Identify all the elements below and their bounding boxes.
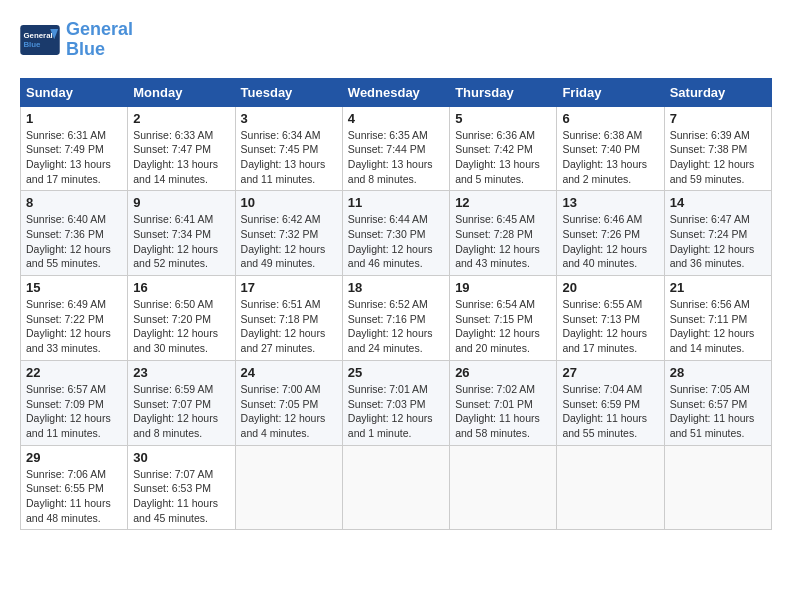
- day-info: Sunrise: 7:04 AMSunset: 6:59 PMDaylight:…: [562, 382, 658, 441]
- calendar-day-cell: 28 Sunrise: 7:05 AMSunset: 6:57 PMDaylig…: [664, 360, 771, 445]
- calendar-day-cell: 25 Sunrise: 7:01 AMSunset: 7:03 PMDaylig…: [342, 360, 449, 445]
- day-number: 23: [133, 365, 229, 380]
- day-number: 28: [670, 365, 766, 380]
- day-number: 18: [348, 280, 444, 295]
- day-number: 30: [133, 450, 229, 465]
- day-number: 20: [562, 280, 658, 295]
- calendar-day-cell: 13 Sunrise: 6:46 AMSunset: 7:26 PMDaylig…: [557, 191, 664, 276]
- svg-text:Blue: Blue: [23, 40, 41, 49]
- calendar-day-cell: 22 Sunrise: 6:57 AMSunset: 7:09 PMDaylig…: [21, 360, 128, 445]
- calendar-day-cell: 4 Sunrise: 6:35 AMSunset: 7:44 PMDayligh…: [342, 106, 449, 191]
- calendar-day-cell: 19 Sunrise: 6:54 AMSunset: 7:15 PMDaylig…: [450, 276, 557, 361]
- day-info: Sunrise: 6:47 AMSunset: 7:24 PMDaylight:…: [670, 212, 766, 271]
- calendar-day-cell: 21 Sunrise: 6:56 AMSunset: 7:11 PMDaylig…: [664, 276, 771, 361]
- day-number: 29: [26, 450, 122, 465]
- svg-text:General: General: [23, 30, 52, 39]
- day-info: Sunrise: 6:49 AMSunset: 7:22 PMDaylight:…: [26, 297, 122, 356]
- calendar-day-cell: 10 Sunrise: 6:42 AMSunset: 7:32 PMDaylig…: [235, 191, 342, 276]
- weekday-header-thursday: Thursday: [450, 78, 557, 106]
- day-number: 14: [670, 195, 766, 210]
- day-info: Sunrise: 7:06 AMSunset: 6:55 PMDaylight:…: [26, 467, 122, 526]
- day-number: 25: [348, 365, 444, 380]
- day-number: 19: [455, 280, 551, 295]
- day-info: Sunrise: 6:36 AMSunset: 7:42 PMDaylight:…: [455, 128, 551, 187]
- day-info: Sunrise: 6:54 AMSunset: 7:15 PMDaylight:…: [455, 297, 551, 356]
- day-number: 26: [455, 365, 551, 380]
- calendar-day-cell: 18 Sunrise: 6:52 AMSunset: 7:16 PMDaylig…: [342, 276, 449, 361]
- day-number: 12: [455, 195, 551, 210]
- calendar-day-cell: 16 Sunrise: 6:50 AMSunset: 7:20 PMDaylig…: [128, 276, 235, 361]
- day-info: Sunrise: 6:55 AMSunset: 7:13 PMDaylight:…: [562, 297, 658, 356]
- calendar-day-cell: 27 Sunrise: 7:04 AMSunset: 6:59 PMDaylig…: [557, 360, 664, 445]
- day-info: Sunrise: 6:45 AMSunset: 7:28 PMDaylight:…: [455, 212, 551, 271]
- calendar-week-row: 1 Sunrise: 6:31 AMSunset: 7:49 PMDayligh…: [21, 106, 772, 191]
- day-number: 7: [670, 111, 766, 126]
- day-info: Sunrise: 6:50 AMSunset: 7:20 PMDaylight:…: [133, 297, 229, 356]
- calendar-day-cell: 20 Sunrise: 6:55 AMSunset: 7:13 PMDaylig…: [557, 276, 664, 361]
- calendar-day-cell: 23 Sunrise: 6:59 AMSunset: 7:07 PMDaylig…: [128, 360, 235, 445]
- calendar-empty-cell: [664, 445, 771, 530]
- day-number: 6: [562, 111, 658, 126]
- calendar-day-cell: 24 Sunrise: 7:00 AMSunset: 7:05 PMDaylig…: [235, 360, 342, 445]
- calendar-empty-cell: [450, 445, 557, 530]
- calendar-day-cell: 26 Sunrise: 7:02 AMSunset: 7:01 PMDaylig…: [450, 360, 557, 445]
- day-info: Sunrise: 7:01 AMSunset: 7:03 PMDaylight:…: [348, 382, 444, 441]
- day-number: 9: [133, 195, 229, 210]
- day-number: 8: [26, 195, 122, 210]
- calendar-day-cell: 17 Sunrise: 6:51 AMSunset: 7:18 PMDaylig…: [235, 276, 342, 361]
- day-number: 22: [26, 365, 122, 380]
- day-info: Sunrise: 6:44 AMSunset: 7:30 PMDaylight:…: [348, 212, 444, 271]
- day-number: 24: [241, 365, 337, 380]
- day-number: 13: [562, 195, 658, 210]
- weekday-header-friday: Friday: [557, 78, 664, 106]
- calendar-table: SundayMondayTuesdayWednesdayThursdayFrid…: [20, 78, 772, 531]
- day-number: 15: [26, 280, 122, 295]
- day-info: Sunrise: 6:33 AMSunset: 7:47 PMDaylight:…: [133, 128, 229, 187]
- calendar-week-row: 8 Sunrise: 6:40 AMSunset: 7:36 PMDayligh…: [21, 191, 772, 276]
- day-number: 16: [133, 280, 229, 295]
- weekday-header-sunday: Sunday: [21, 78, 128, 106]
- calendar-day-cell: 30 Sunrise: 7:07 AMSunset: 6:53 PMDaylig…: [128, 445, 235, 530]
- calendar-week-row: 22 Sunrise: 6:57 AMSunset: 7:09 PMDaylig…: [21, 360, 772, 445]
- day-number: 11: [348, 195, 444, 210]
- day-info: Sunrise: 7:02 AMSunset: 7:01 PMDaylight:…: [455, 382, 551, 441]
- day-number: 3: [241, 111, 337, 126]
- day-info: Sunrise: 7:07 AMSunset: 6:53 PMDaylight:…: [133, 467, 229, 526]
- day-info: Sunrise: 6:41 AMSunset: 7:34 PMDaylight:…: [133, 212, 229, 271]
- day-info: Sunrise: 6:59 AMSunset: 7:07 PMDaylight:…: [133, 382, 229, 441]
- day-number: 4: [348, 111, 444, 126]
- day-number: 10: [241, 195, 337, 210]
- day-number: 5: [455, 111, 551, 126]
- day-info: Sunrise: 6:31 AMSunset: 7:49 PMDaylight:…: [26, 128, 122, 187]
- weekday-header-saturday: Saturday: [664, 78, 771, 106]
- logo: General Blue General Blue: [20, 20, 133, 60]
- calendar-week-row: 15 Sunrise: 6:49 AMSunset: 7:22 PMDaylig…: [21, 276, 772, 361]
- day-info: Sunrise: 7:05 AMSunset: 6:57 PMDaylight:…: [670, 382, 766, 441]
- day-info: Sunrise: 7:00 AMSunset: 7:05 PMDaylight:…: [241, 382, 337, 441]
- day-number: 17: [241, 280, 337, 295]
- calendar-empty-cell: [557, 445, 664, 530]
- day-number: 2: [133, 111, 229, 126]
- calendar-empty-cell: [342, 445, 449, 530]
- calendar-day-cell: 9 Sunrise: 6:41 AMSunset: 7:34 PMDayligh…: [128, 191, 235, 276]
- day-info: Sunrise: 6:40 AMSunset: 7:36 PMDaylight:…: [26, 212, 122, 271]
- logo-text: General Blue: [66, 20, 133, 60]
- day-info: Sunrise: 6:34 AMSunset: 7:45 PMDaylight:…: [241, 128, 337, 187]
- calendar-empty-cell: [235, 445, 342, 530]
- day-info: Sunrise: 6:46 AMSunset: 7:26 PMDaylight:…: [562, 212, 658, 271]
- day-info: Sunrise: 6:38 AMSunset: 7:40 PMDaylight:…: [562, 128, 658, 187]
- calendar-day-cell: 15 Sunrise: 6:49 AMSunset: 7:22 PMDaylig…: [21, 276, 128, 361]
- calendar-day-cell: 14 Sunrise: 6:47 AMSunset: 7:24 PMDaylig…: [664, 191, 771, 276]
- calendar-day-cell: 6 Sunrise: 6:38 AMSunset: 7:40 PMDayligh…: [557, 106, 664, 191]
- weekday-header-wednesday: Wednesday: [342, 78, 449, 106]
- day-info: Sunrise: 6:42 AMSunset: 7:32 PMDaylight:…: [241, 212, 337, 271]
- day-number: 27: [562, 365, 658, 380]
- calendar-day-cell: 7 Sunrise: 6:39 AMSunset: 7:38 PMDayligh…: [664, 106, 771, 191]
- calendar-day-cell: 1 Sunrise: 6:31 AMSunset: 7:49 PMDayligh…: [21, 106, 128, 191]
- day-info: Sunrise: 6:56 AMSunset: 7:11 PMDaylight:…: [670, 297, 766, 356]
- calendar-day-cell: 11 Sunrise: 6:44 AMSunset: 7:30 PMDaylig…: [342, 191, 449, 276]
- calendar-day-cell: 2 Sunrise: 6:33 AMSunset: 7:47 PMDayligh…: [128, 106, 235, 191]
- day-info: Sunrise: 6:35 AMSunset: 7:44 PMDaylight:…: [348, 128, 444, 187]
- weekday-header-row: SundayMondayTuesdayWednesdayThursdayFrid…: [21, 78, 772, 106]
- day-info: Sunrise: 6:51 AMSunset: 7:18 PMDaylight:…: [241, 297, 337, 356]
